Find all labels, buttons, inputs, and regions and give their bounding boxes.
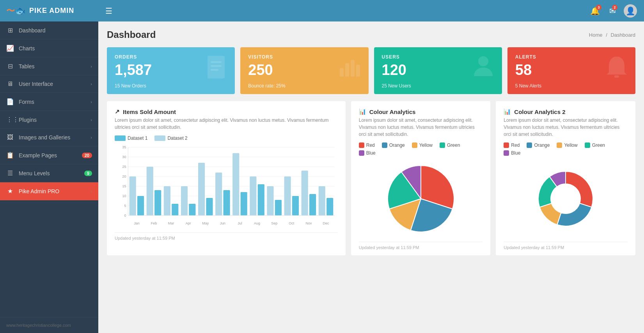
pie-legend-item: Red [359, 142, 375, 148]
sidebar-item-menu-levels[interactable]: ☰ Menu Levels 9 [0, 164, 98, 182]
pie-legend-item: Red [504, 142, 520, 148]
pie-legend-dot [527, 142, 532, 148]
bar-dataset2 [164, 186, 170, 215]
sidebar-label-images-galleries: Images and Galleries [19, 134, 86, 141]
sidebar-item-forms[interactable]: 📄 Forms › [0, 93, 98, 111]
svg-rect-7 [356, 65, 360, 77]
pie-slice [566, 171, 593, 207]
breadcrumb-current: Dashboard [610, 32, 635, 38]
sidebar-label-menu-levels: Menu Levels [19, 170, 80, 176]
bar-dataset1 [206, 198, 213, 215]
pie-legend-dot [382, 142, 387, 148]
page-title: Dashboard [107, 29, 156, 40]
bar-chart-title: ↗ Items Sold Amount [115, 108, 338, 115]
sidebar-item-pike-admin-pro[interactable]: ★ Pike Admin PRO › [0, 182, 98, 200]
sidebar-arrow-user-interface: › [90, 82, 92, 86]
sidebar-arrow-plugins: › [90, 118, 92, 122]
bar-chart-icon: ↗ [115, 108, 120, 115]
stat-card-orders: ORDERS 1,587 15 New Orders [107, 47, 235, 94]
bar-dataset1 [326, 198, 333, 215]
main-content: ☰ 🔔 3 ✉ 2 👤 Dashboard Home / Dashboard O… [98, 0, 644, 333]
bar-dataset2 [215, 173, 222, 215]
stat-icon-orders [204, 54, 228, 87]
pie-chart-card: 📊 Colour Analytics Lorem ipsum dolor sit… [351, 101, 491, 255]
svg-text:20: 20 [122, 175, 126, 178]
pie-legend-dot [557, 142, 562, 148]
svg-text:35: 35 [122, 145, 126, 149]
bar-legend-item: Dataset 2 [154, 135, 187, 141]
stat-icon-visitors [338, 56, 362, 85]
svg-text:May: May [202, 221, 209, 225]
bar-dataset1 [292, 196, 299, 215]
sidebar-label-pike-admin-pro: Pike Admin PRO [19, 188, 86, 194]
user-avatar[interactable]: 👤 [624, 4, 637, 18]
svg-rect-6 [351, 60, 355, 77]
bar-chart-card: ↗ Items Sold Amount Lorem ipsum dolor si… [107, 101, 346, 255]
bar-dataset2 [267, 186, 273, 215]
bar-dataset1 [241, 192, 247, 215]
hamburger-button[interactable]: ☰ [105, 7, 112, 15]
bar-dataset1 [172, 204, 178, 215]
svg-text:Aug: Aug [254, 221, 260, 225]
sidebar-arrow-images-galleries: › [90, 135, 92, 140]
sidebar-icon-forms: 📄 [6, 98, 14, 105]
bar-chart-wrap: 05101520253035JanFebMarAprMayJunJulAugSe… [115, 144, 338, 228]
bar-dataset1 [309, 194, 316, 215]
legend-color [154, 135, 165, 141]
pie-chart-footer: Updated yesterday at 11:59 PM [359, 242, 483, 250]
breadcrumb: Home / Dashboard [589, 32, 635, 38]
sidebar-label-user-interface: User Interface [19, 81, 86, 87]
sidebar-label-dashboard: Dashboard [19, 27, 92, 34]
donut-chart-svg [527, 160, 605, 238]
sidebar-arrow-pike-admin-pro: › [90, 189, 92, 194]
bar-dataset2 [181, 186, 188, 215]
sidebar-label-plugins: Plugins [19, 117, 86, 123]
breadcrumb-home: Home [589, 32, 603, 38]
bar-dataset2 [302, 171, 308, 215]
breadcrumb-separator: / [606, 32, 607, 38]
pie-legend-item: Green [585, 142, 605, 148]
bar-dataset1 [275, 200, 282, 215]
donut-chart-desc: Lorem ipsum dolor sit amet, consectetur … [504, 117, 628, 138]
sidebar-item-images-galleries[interactable]: 🖼 Images and Galleries › [0, 129, 98, 146]
pie-legend-item: Orange [527, 142, 550, 148]
pie-legend-item: Blue [359, 150, 376, 156]
pie-legend-item: Yellow [412, 142, 433, 148]
svg-text:Apr: Apr [186, 221, 191, 225]
legend-color [115, 135, 126, 141]
svg-rect-0 [208, 56, 225, 78]
sidebar-item-charts[interactable]: 📈 Charts [0, 39, 98, 57]
charts-row: ↗ Items Sold Amount Lorem ipsum dolor si… [107, 101, 635, 255]
sidebar-item-user-interface[interactable]: 🖥 User Interface › [0, 75, 98, 93]
messages-button[interactable]: ✉ 2 [608, 5, 617, 17]
sidebar-label-forms: Forms [19, 99, 86, 105]
bar-dataset1 [154, 190, 161, 215]
sidebar-footer: www.heritagechristiancollege.com [0, 317, 98, 333]
sidebar-header: 〜🐟 PIKE ADMIN [0, 0, 98, 21]
sidebar-item-example-pages[interactable]: 📋 Example Pages 20 [0, 146, 98, 164]
sidebar-item-tables[interactable]: ⊟ Tables › [0, 57, 98, 75]
pie-chart-svg [382, 160, 460, 238]
bar-dataset2 [147, 167, 153, 215]
svg-text:25: 25 [122, 165, 126, 169]
pie-legend-item: Yellow [557, 142, 577, 148]
sidebar-label-tables: Tables [19, 63, 86, 69]
pie-legend-item: Orange [382, 142, 405, 148]
svg-text:Jul: Jul [238, 221, 242, 225]
svg-text:15: 15 [122, 184, 126, 188]
pie-legend: RedOrangeYellowGreenBlue [359, 142, 483, 156]
svg-rect-5 [345, 63, 349, 77]
sidebar-icon-user-interface: 🖥 [6, 80, 14, 87]
bar-dataset2 [130, 176, 136, 215]
sidebar-item-dashboard[interactable]: ⊞ Dashboard [0, 21, 98, 39]
bar-dataset2 [319, 186, 325, 215]
sidebar-item-plugins[interactable]: ⋮⋮ Plugins › [0, 111, 98, 129]
donut-chart-card: 📊 Colour Analytics 2 Lorem ipsum dolor s… [496, 101, 635, 255]
sidebar-badge-menu-levels: 9 [84, 171, 92, 176]
svg-text:Oct: Oct [289, 221, 294, 225]
donut-legend: RedOrangeYellowGreenBlue [504, 142, 628, 156]
sidebar-icon-dashboard: ⊞ [6, 27, 14, 34]
pie-chart-icon: 📊 [359, 108, 366, 115]
bar-chart-svg: 05101520253035JanFebMarAprMayJunJulAugSe… [115, 144, 338, 227]
notifications-button[interactable]: 🔔 3 [589, 5, 601, 17]
